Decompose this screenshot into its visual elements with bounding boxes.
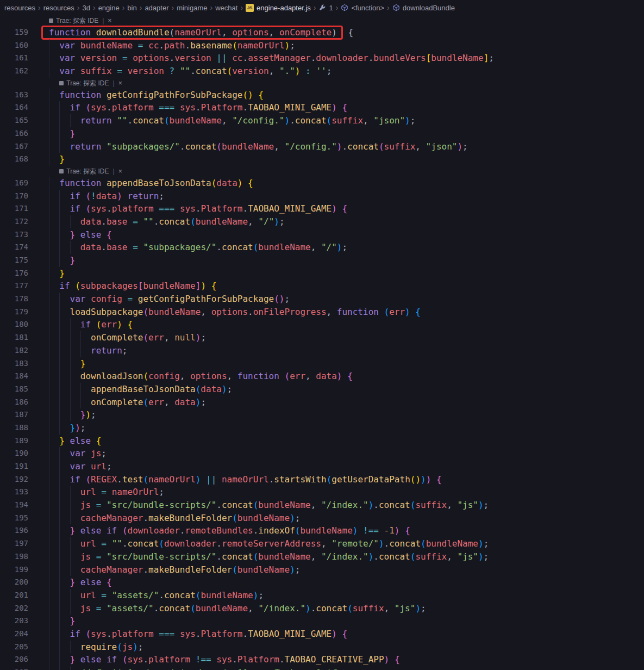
- line-number[interactable]: 179: [0, 306, 28, 319]
- line-number[interactable]: 193: [0, 486, 28, 499]
- breadcrumb-item-minigame[interactable]: minigame: [177, 4, 207, 12]
- line-number[interactable]: 165: [0, 114, 28, 127]
- line-number[interactable]: 196: [0, 524, 28, 537]
- code-token: onFileProgress: [253, 307, 327, 317]
- line-number[interactable]: 199: [0, 563, 28, 576]
- line-number[interactable]: 207: [0, 666, 28, 670]
- codelens-trae-link[interactable]: Trae: 探索 IDE: [66, 78, 109, 89]
- code-token: (: [143, 332, 148, 343]
- code-token: (): [274, 294, 284, 304]
- line-number[interactable]: 161: [0, 52, 28, 65]
- line-number[interactable]: 171: [0, 202, 28, 215]
- line-number[interactable]: 172: [0, 215, 28, 228]
- line-number[interactable]: 200: [0, 576, 28, 589]
- line-number[interactable]: 191: [0, 460, 28, 473]
- line-number[interactable]: 202: [0, 602, 28, 615]
- line-number[interactable]: 170: [0, 190, 28, 203]
- line-number[interactable]: 160: [0, 39, 28, 52]
- line-number[interactable]: 203: [0, 615, 28, 628]
- code-line: if (!data) return;: [49, 190, 164, 203]
- breadcrumb-item-engine[interactable]: engine: [98, 4, 120, 12]
- codelens-trae-link[interactable]: Trae: 探索 IDE: [66, 166, 109, 177]
- js-file-icon: JS: [246, 4, 254, 12]
- line-number[interactable]: 174: [0, 241, 28, 254]
- line-number[interactable]: 188: [0, 421, 28, 435]
- line-number[interactable]: 175: [0, 254, 28, 267]
- code-line: url = "assets/".concat(bundleName);: [49, 589, 264, 602]
- line-number[interactable]: 183: [0, 357, 28, 370]
- codelens-trae-link[interactable]: Trae: 探索 IDE: [56, 15, 98, 26]
- line-number[interactable]: 166: [0, 127, 28, 140]
- line-number[interactable]: 192: [0, 473, 28, 486]
- line-number[interactable]: 186: [0, 396, 28, 409]
- codelens-close-button[interactable]: ×: [118, 78, 122, 89]
- code-token: "": [112, 538, 122, 549]
- code-editor[interactable]: Trae: 探索 IDE|×159function downloadBundle…: [0, 15, 644, 670]
- line-number[interactable]: 167: [0, 140, 28, 153]
- codelens-close-button[interactable]: ×: [108, 15, 111, 26]
- code-token: (: [85, 102, 91, 113]
- code-token: config: [91, 294, 122, 304]
- codelens-close-button[interactable]: ×: [118, 166, 122, 177]
- code-token: .: [190, 66, 196, 76]
- code-token: ): [196, 332, 201, 343]
- code-token: (: [232, 40, 237, 51]
- line-number[interactable]: 197: [0, 537, 28, 550]
- line-number[interactable]: 181: [0, 331, 28, 344]
- code-token: ): [384, 654, 390, 665]
- line-number[interactable]: 180: [0, 318, 28, 331]
- line-number[interactable]: 190: [0, 447, 28, 460]
- indent-guide: [49, 460, 70, 473]
- breadcrumb-item-downloadbundle[interactable]: downloadBundle: [392, 4, 455, 12]
- line-number[interactable]: 189: [0, 435, 28, 448]
- code-token: TAOBAO_MINI_GAME: [248, 629, 332, 639]
- breadcrumb-item-adapter[interactable]: adapter: [145, 4, 168, 12]
- breadcrumb-item-bin[interactable]: bin: [127, 4, 136, 12]
- line-number[interactable]: 173: [0, 228, 28, 241]
- breadcrumb-item-3d[interactable]: 3d: [83, 4, 90, 12]
- code-token: ;: [342, 242, 348, 252]
- line-number[interactable]: 187: [0, 408, 28, 421]
- line-number[interactable]: 159: [0, 26, 28, 39]
- breadcrumb-item-resources[interactable]: resources: [4, 4, 35, 12]
- code-row: 181onComplete(err, null);: [0, 331, 644, 344]
- line-number[interactable]: 204: [0, 628, 28, 641]
- line-number[interactable]: 194: [0, 499, 28, 512]
- code-token: err: [148, 332, 164, 343]
- line-number[interactable]: 164: [0, 101, 28, 114]
- code-token: ): [133, 642, 138, 652]
- line-number[interactable]: 185: [0, 383, 28, 396]
- code-line: // Can't load scripts dynamically on Tao…: [49, 666, 353, 670]
- line-number[interactable]: 205: [0, 641, 28, 654]
- line-number[interactable]: 184: [0, 370, 28, 383]
- chevron-right-icon: ›: [314, 4, 316, 11]
- line-number[interactable]: 201: [0, 589, 28, 602]
- code-token: if: [70, 203, 86, 214]
- breadcrumb-item-1[interactable]: 1: [318, 4, 333, 12]
- line-number[interactable]: 177: [0, 280, 28, 293]
- line-number[interactable]: 163: [0, 89, 28, 102]
- line-number[interactable]: 195: [0, 512, 28, 525]
- codelens-row: Trae: 探索 IDE|×: [0, 166, 644, 177]
- line-number[interactable]: 178: [0, 293, 28, 306]
- code-token: ): [290, 564, 295, 575]
- line-number[interactable]: 162: [0, 65, 28, 78]
- breadcrumb-item-engine-adapter-js[interactable]: JSengine-adapter.js: [246, 4, 311, 12]
- code-token: "src/bundle-scripts/": [107, 500, 216, 510]
- code-token: function: [337, 307, 384, 317]
- code-token: ;: [91, 410, 96, 420]
- code-token: sys: [91, 629, 107, 639]
- breadcrumb-item-wechat[interactable]: wechat: [215, 4, 237, 12]
- code-token: '': [316, 66, 326, 76]
- code-token: [138, 242, 143, 252]
- line-number[interactable]: 206: [0, 653, 28, 666]
- breadcrumb-item-resources[interactable]: resources: [43, 4, 74, 12]
- line-number[interactable]: 169: [0, 177, 28, 190]
- indent-guide: [49, 190, 70, 203]
- breadcrumb-item-function[interactable]: <function>: [341, 4, 384, 12]
- line-number[interactable]: 168: [0, 153, 28, 166]
- line-number[interactable]: 176: [0, 267, 28, 280]
- line-number[interactable]: 198: [0, 550, 28, 563]
- code-token: concat: [133, 115, 164, 126]
- line-number[interactable]: 182: [0, 344, 28, 357]
